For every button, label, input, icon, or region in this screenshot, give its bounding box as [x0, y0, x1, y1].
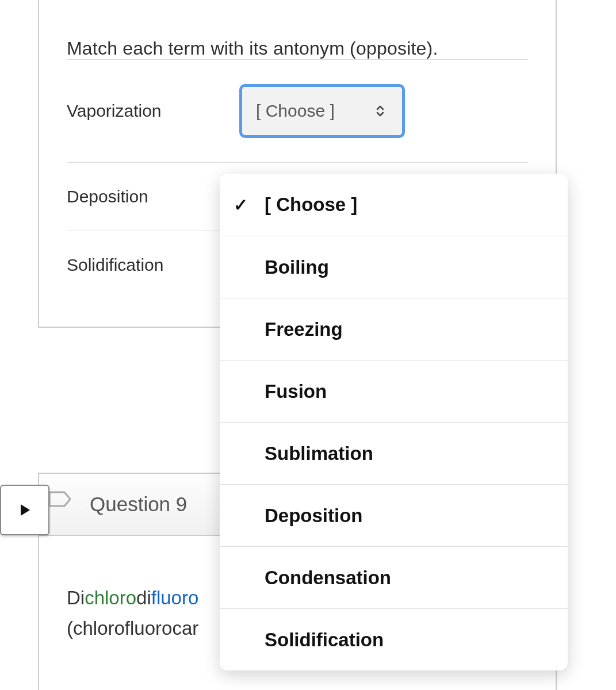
text-segment: di [136, 587, 151, 608]
match-select[interactable]: [ Choose ] [239, 84, 405, 138]
dropdown-option-label: Boiling [265, 256, 329, 278]
match-term: Solidification [67, 255, 239, 275]
dropdown-option-label: Freezing [265, 319, 343, 340]
dropdown-option-label: Solidification [265, 629, 384, 651]
dropdown-option-freezing[interactable]: Freezing [220, 298, 568, 360]
dropdown-option-fusion[interactable]: Fusion [220, 360, 568, 422]
dropdown-option-sublimation[interactable]: Sublimation [220, 422, 568, 484]
dropdown-option-label: Sublimation [265, 443, 373, 465]
question-header-title: Question 9 [90, 493, 187, 516]
text-segment-chloro: chloro [85, 587, 136, 608]
dropdown-option-solidification[interactable]: Solidification [220, 608, 568, 670]
match-row: Vaporization [ Choose ] [67, 59, 528, 162]
dropdown-option-label: Condensation [265, 567, 391, 589]
dropdown-option-boiling[interactable]: Boiling [220, 236, 568, 298]
play-button[interactable] [0, 485, 49, 535]
select-placeholder: [ Choose ] [256, 101, 335, 121]
dropdown-option-label: Deposition [265, 505, 363, 527]
bookmark-icon[interactable] [47, 490, 72, 519]
dropdown-option-choose[interactable]: ✓ [ Choose ] [220, 174, 568, 236]
dropdown-option-deposition[interactable]: Deposition [220, 484, 568, 546]
dropdown-option-label: [ Choose ] [265, 194, 357, 216]
dropdown-menu: ✓ [ Choose ] Boiling Freezing Fusion Sub… [220, 174, 568, 670]
match-term: Vaporization [67, 101, 239, 121]
question-prompt: Match each term with its antonym (opposi… [67, 38, 528, 59]
text-segment-fluoro: fluoro [151, 587, 199, 608]
text-segment: Di [67, 587, 85, 608]
dropdown-option-condensation[interactable]: Condensation [220, 546, 568, 608]
chevron-up-down-icon [374, 105, 386, 117]
dropdown-option-label: Fusion [265, 381, 327, 402]
text-segment: (chlorofluorocar [67, 618, 198, 639]
match-term: Deposition [67, 187, 239, 206]
check-icon: ✓ [234, 195, 248, 215]
